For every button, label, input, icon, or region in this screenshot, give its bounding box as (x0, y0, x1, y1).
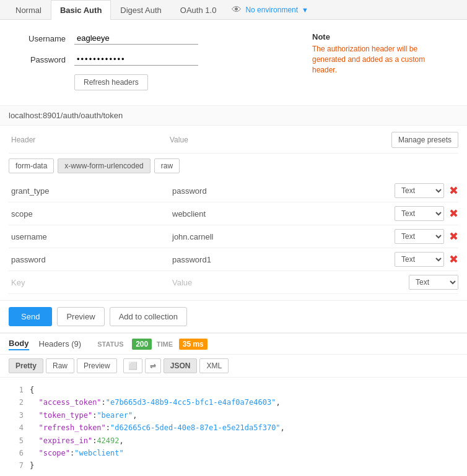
preview-button[interactable]: Preview (57, 307, 104, 326)
remove-scope-button[interactable]: ✖ (449, 208, 458, 219)
type-select-password[interactable]: Text (395, 252, 444, 267)
resp-tab-headers[interactable]: Headers (9) (39, 338, 82, 350)
eye-icon[interactable]: 👁 (232, 4, 242, 15)
value-grant-type: password (170, 186, 395, 196)
tab-basic-auth[interactable]: Basic Auth (51, 0, 111, 20)
type-select-placeholder[interactable]: Text (409, 275, 458, 290)
toggle-form-data[interactable]: form-data (9, 158, 54, 173)
password-input[interactable] (74, 53, 198, 66)
form-row-placeholder: Key Value Text (9, 271, 458, 294)
resp-tab-body[interactable]: Body (9, 337, 29, 350)
url-bar: localhost:8901/auth/oauth/token (0, 105, 467, 126)
chevron-down-icon: ▼ (302, 6, 308, 14)
tab-normal[interactable]: Normal (6, 0, 51, 20)
refresh-row: Refresh headers (19, 74, 281, 90)
body-type-toggles: form-data x-www-form-urlencoded raw (9, 158, 458, 173)
type-select-username[interactable]: Text (395, 229, 444, 244)
response-tabs-bar: Body Headers (9) STATUS 200 TIME 35 ms (0, 334, 467, 355)
wrap-icon[interactable]: ⇌ (145, 358, 161, 373)
body-section: Header Value Manage presets form-data x-… (0, 126, 467, 300)
fmt-preview-button[interactable]: Preview (77, 358, 117, 373)
status-label: STATUS (97, 340, 123, 348)
username-row: Username (19, 32, 281, 45)
remove-username-button[interactable]: ✖ (449, 231, 458, 242)
value-scope: webclient (170, 209, 395, 219)
form-row-scope: scope webclient Text ✖ (9, 202, 458, 225)
auth-tabs: Normal Basic Auth Digest Auth OAuth 1.0 … (0, 0, 467, 20)
note-title: Note (312, 32, 448, 41)
placeholder-value: Value (170, 278, 409, 287)
key-grant-type: grant_type (9, 186, 170, 196)
toggle-urlencoded[interactable]: x-www-form-urlencoded (58, 158, 150, 173)
value-username: john.carnell (170, 232, 395, 241)
header-key-col: Header (9, 136, 170, 144)
code-line-2: 2 "access_token": "e7b665d3-48b9-4cc5-bf… (9, 396, 458, 409)
add-collection-button[interactable]: Add to collection (110, 307, 187, 326)
fmt-xml-button[interactable]: XML (199, 358, 229, 373)
password-label: Password (19, 55, 74, 64)
note-text: The authorization header will be generat… (312, 44, 448, 75)
code-line-7: 7 } (9, 459, 458, 472)
headers-row: Header Value Manage presets (9, 132, 458, 154)
password-row: Password (19, 53, 281, 66)
time-label: TIME (157, 340, 173, 348)
key-scope: scope (9, 209, 170, 219)
time-value: 35 ms (179, 339, 207, 350)
code-line-1: 1 { (9, 384, 458, 396)
manage-presets-button[interactable]: Manage presets (391, 132, 458, 148)
status-value: 200 (132, 339, 152, 350)
send-button[interactable]: Send (9, 307, 52, 326)
fmt-pretty-button[interactable]: Pretty (9, 358, 43, 373)
tab-digest-auth[interactable]: Digest Auth (111, 0, 171, 20)
form-row-username: username john.carnell Text ✖ (9, 225, 458, 248)
type-select-grant-type[interactable]: Text (395, 183, 444, 198)
fmt-json-button[interactable]: JSON (164, 358, 198, 373)
tab-extras: 👁 No environment ▼ (232, 4, 308, 15)
key-password: password (9, 255, 170, 264)
value-password: password1 (170, 255, 395, 264)
form-row-grant-type: grant_type password Text ✖ (9, 180, 458, 202)
action-bar: Send Preview Add to collection (0, 300, 467, 332)
refresh-headers-button[interactable]: Refresh headers (74, 74, 148, 90)
copy-icon[interactable]: ⬜ (123, 358, 142, 373)
fmt-raw-button[interactable]: Raw (46, 358, 74, 373)
code-line-6: 6 "scope": "webclient" (9, 447, 458, 459)
code-line-3: 3 "token_type": "bearer", (9, 409, 458, 422)
toggle-raw[interactable]: raw (154, 158, 180, 173)
username-label: Username (19, 34, 74, 43)
response-code-block: 1 { 2 "access_token": "e7b665d3-48b9-4cc… (0, 378, 467, 476)
auth-section: Username Password Refresh headers Note T… (0, 20, 467, 105)
remove-grant-type-button[interactable]: ✖ (449, 185, 458, 196)
auth-note: Note The authorization header will be ge… (312, 32, 448, 99)
username-input[interactable] (74, 32, 198, 45)
remove-password-button[interactable]: ✖ (449, 254, 458, 265)
tab-oauth[interactable]: OAuth 1.0 (171, 0, 226, 20)
code-line-5: 5 "expires_in": 42492, (9, 435, 458, 447)
format-tabs: Pretty Raw Preview ⬜ ⇌ JSON XML (0, 355, 467, 378)
key-username: username (9, 232, 170, 241)
code-line-4: 4 "refresh_token": "d62665c6-5ded-40e8-8… (9, 422, 458, 434)
type-select-scope[interactable]: Text (395, 206, 444, 221)
environment-selector[interactable]: No environment (245, 6, 298, 14)
response-section: Body Headers (9) STATUS 200 TIME 35 ms P… (0, 332, 467, 476)
form-row-password: password password1 Text ✖ (9, 248, 458, 271)
placeholder-key: Key (9, 278, 170, 287)
status-group: STATUS 200 TIME 35 ms (97, 339, 207, 348)
header-value-col: Value (170, 136, 391, 144)
